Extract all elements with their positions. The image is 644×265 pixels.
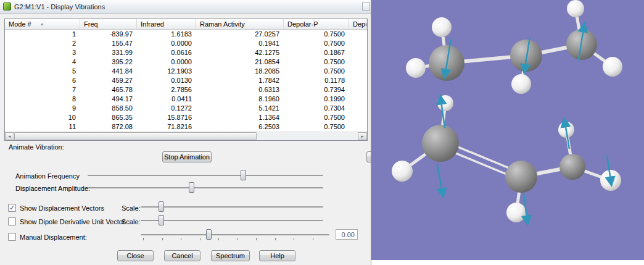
carbon-atom[interactable] <box>505 161 537 193</box>
scroll-left-icon[interactable]: ◄ <box>5 132 14 140</box>
scrollbar-thumb[interactable] <box>14 132 257 140</box>
table-row[interactable]: 10865.3515.87161.13640.7500 <box>5 113 367 122</box>
table-cell <box>349 30 367 39</box>
column-header[interactable]: Infrared <box>137 19 196 29</box>
hydrogen-atom[interactable] <box>432 17 452 37</box>
table-cell: 0.6313 <box>196 85 284 95</box>
table-row[interactable]: 9858.500.12725.14210.7304 <box>5 104 367 113</box>
stop-animation-button[interactable]: Stop Animation <box>162 151 212 162</box>
table-cell: 0.7500 <box>284 39 349 48</box>
slider-thumb[interactable] <box>189 182 194 193</box>
table-cell: 0.0616 <box>137 48 196 57</box>
horizontal-scrollbar[interactable]: ◄ ► <box>5 132 367 140</box>
table-cell: 10 <box>5 113 80 122</box>
slider-thumb[interactable] <box>159 215 164 225</box>
slider-track[interactable] <box>88 175 323 176</box>
molecule-viewport[interactable] <box>371 0 644 265</box>
vibration-modes-table: Mode #▲FreqInfraredRaman ActivityDepolar… <box>4 19 368 141</box>
show-displacement-vectors-checkbox[interactable]: ✓ <box>8 204 16 212</box>
manual-displacement-slider[interactable] <box>141 229 329 240</box>
spectrum-button[interactable]: Spectrum <box>211 250 250 261</box>
hydrogen-atom[interactable] <box>406 58 426 78</box>
displacement-amplitude-slider[interactable] <box>88 182 323 193</box>
slider-thumb[interactable] <box>159 201 164 212</box>
table-row[interactable]: 5441.8412.190318.20850.7500 <box>5 67 367 76</box>
table-cell: 0.1272 <box>137 104 196 113</box>
table-row[interactable]: 6459.270.01301.78420.1178 <box>5 76 367 85</box>
manual-displacement-checkbox[interactable] <box>8 233 16 241</box>
table-cell: 7 <box>5 85 80 95</box>
hydrogen-atom[interactable] <box>506 203 526 222</box>
titlebar[interactable]: G2:M1:V1 - Display Vibrations <box>0 0 371 14</box>
sort-ascending-icon: ▲ <box>40 22 44 26</box>
table-cell <box>349 67 367 76</box>
table-cell <box>349 104 367 113</box>
scrollbar-track[interactable] <box>257 132 358 140</box>
slider-track[interactable] <box>141 220 323 221</box>
table-cell: 441.84 <box>80 67 137 76</box>
column-header[interactable]: Mode #▲ <box>5 19 80 29</box>
dipole-scale-slider[interactable] <box>141 215 323 225</box>
table-cell: 0.1941 <box>196 39 284 48</box>
hydrogen-atom[interactable] <box>603 57 622 77</box>
animate-vibration-label: Animate Vibration: <box>9 143 64 151</box>
table-cell: 0.1178 <box>284 76 349 85</box>
table-cell: 42.1275 <box>196 48 284 57</box>
carbon-atom[interactable] <box>559 154 585 180</box>
molecule-3d-render[interactable] <box>371 0 644 260</box>
table-cell: 2 <box>5 39 80 48</box>
vector-scale-label: Scale: <box>122 204 141 212</box>
animation-frequency-slider[interactable] <box>88 170 323 180</box>
show-dipole-derivative-checkbox[interactable] <box>8 217 16 225</box>
table-cell: 0.0000 <box>137 57 196 67</box>
table-cell: 0.1867 <box>284 48 349 57</box>
animation-frequency-label: Animation Frequency <box>15 172 80 180</box>
table-cell <box>349 95 367 104</box>
column-header[interactable]: Freq <box>80 19 137 29</box>
app-icon <box>3 2 11 11</box>
slider-track[interactable] <box>88 187 323 188</box>
table-cell <box>349 57 367 67</box>
viewport-bottom-strip <box>371 260 644 265</box>
help-button[interactable]: Help <box>259 250 295 261</box>
table-cell: 8 <box>5 95 80 104</box>
displacement-vector-arrow <box>437 164 443 196</box>
manual-displacement-value-field[interactable] <box>336 229 358 240</box>
table-row[interactable]: 1-839.971.618327.02570.7500 <box>5 30 367 39</box>
table-cell: 6 <box>5 76 80 85</box>
displacement-amplitude-label: Displacement Amplitude: <box>15 185 90 192</box>
column-header[interactable]: Depolar-P <box>284 19 349 29</box>
slider-thumb[interactable] <box>206 229 212 240</box>
table-row[interactable]: 11872.0871.82166.25030.7500 <box>5 122 367 132</box>
titlebar-button-fragment[interactable] <box>362 2 370 11</box>
table-row[interactable]: 3331.990.061642.12750.1867 <box>5 48 367 57</box>
cancel-button[interactable]: Cancel <box>164 250 200 261</box>
table-cell: 0.7394 <box>284 85 349 95</box>
close-button[interactable]: Close <box>117 250 154 261</box>
slider-thumb[interactable] <box>241 170 246 180</box>
table-cell: 0.7500 <box>284 30 349 39</box>
table-cell: 0.7500 <box>284 113 349 122</box>
table-row[interactable]: 4395.220.000021.08540.7500 <box>5 57 367 67</box>
hydrogen-atom[interactable] <box>392 161 413 182</box>
hydrogen-atom[interactable] <box>567 0 584 17</box>
slider-track[interactable] <box>141 206 323 208</box>
vector-scale-slider[interactable] <box>141 201 323 212</box>
table-row[interactable]: 7465.782.78560.63130.7394 <box>5 85 367 95</box>
table-row[interactable]: 8494.170.04118.19600.1990 <box>5 95 367 104</box>
table-cell: 11 <box>5 122 80 132</box>
cut-off-button-fragment[interactable] <box>366 151 371 162</box>
table-cell: 2.7856 <box>137 85 196 95</box>
table-row[interactable]: 2155.470.00000.19410.7500 <box>5 39 367 48</box>
table-cell: 0.1990 <box>284 95 349 104</box>
table-cell: 5 <box>5 67 80 76</box>
show-displacement-vectors-label: Show Displacement Vectors <box>20 204 104 212</box>
column-header[interactable]: Depolar <box>349 19 367 29</box>
table-cell <box>349 122 367 132</box>
scroll-right-icon[interactable]: ► <box>358 132 367 140</box>
column-header[interactable]: Raman Activity <box>196 19 284 29</box>
table-header: Mode #▲FreqInfraredRaman ActivityDepolar… <box>5 19 367 30</box>
slider-track[interactable] <box>141 234 329 235</box>
carbon-atom[interactable] <box>422 125 459 162</box>
hydrogen-atom[interactable] <box>511 74 531 94</box>
